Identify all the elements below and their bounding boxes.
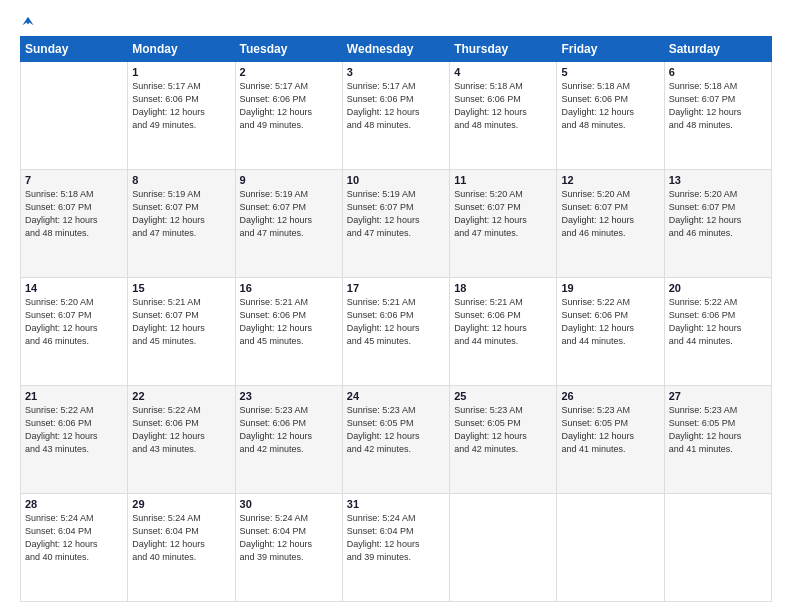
day-info: Sunrise: 5:19 AM Sunset: 6:07 PM Dayligh…: [132, 188, 230, 240]
week-row-5: 28Sunrise: 5:24 AM Sunset: 6:04 PM Dayli…: [21, 494, 772, 602]
day-number: 30: [240, 498, 338, 510]
day-info: Sunrise: 5:24 AM Sunset: 6:04 PM Dayligh…: [240, 512, 338, 564]
logo-bird-icon: [21, 14, 35, 28]
day-cell: 4Sunrise: 5:18 AM Sunset: 6:06 PM Daylig…: [450, 62, 557, 170]
day-number: 26: [561, 390, 659, 402]
day-cell: 19Sunrise: 5:22 AM Sunset: 6:06 PM Dayli…: [557, 278, 664, 386]
day-number: 9: [240, 174, 338, 186]
day-info: Sunrise: 5:18 AM Sunset: 6:07 PM Dayligh…: [25, 188, 123, 240]
day-cell: [21, 62, 128, 170]
day-cell: 29Sunrise: 5:24 AM Sunset: 6:04 PM Dayli…: [128, 494, 235, 602]
day-number: 14: [25, 282, 123, 294]
week-row-2: 7Sunrise: 5:18 AM Sunset: 6:07 PM Daylig…: [21, 170, 772, 278]
day-info: Sunrise: 5:20 AM Sunset: 6:07 PM Dayligh…: [454, 188, 552, 240]
day-number: 28: [25, 498, 123, 510]
day-cell: 9Sunrise: 5:19 AM Sunset: 6:07 PM Daylig…: [235, 170, 342, 278]
day-cell: 28Sunrise: 5:24 AM Sunset: 6:04 PM Dayli…: [21, 494, 128, 602]
logo: [20, 18, 35, 28]
header: [20, 18, 772, 28]
logo-text: [20, 18, 35, 28]
day-cell: 10Sunrise: 5:19 AM Sunset: 6:07 PM Dayli…: [342, 170, 449, 278]
day-cell: 8Sunrise: 5:19 AM Sunset: 6:07 PM Daylig…: [128, 170, 235, 278]
day-cell: 16Sunrise: 5:21 AM Sunset: 6:06 PM Dayli…: [235, 278, 342, 386]
day-info: Sunrise: 5:20 AM Sunset: 6:07 PM Dayligh…: [25, 296, 123, 348]
weekday-header-row: SundayMondayTuesdayWednesdayThursdayFrid…: [21, 37, 772, 62]
day-cell: 25Sunrise: 5:23 AM Sunset: 6:05 PM Dayli…: [450, 386, 557, 494]
day-info: Sunrise: 5:21 AM Sunset: 6:06 PM Dayligh…: [454, 296, 552, 348]
day-info: Sunrise: 5:19 AM Sunset: 6:07 PM Dayligh…: [240, 188, 338, 240]
day-info: Sunrise: 5:20 AM Sunset: 6:07 PM Dayligh…: [669, 188, 767, 240]
day-cell: 12Sunrise: 5:20 AM Sunset: 6:07 PM Dayli…: [557, 170, 664, 278]
day-number: 17: [347, 282, 445, 294]
weekday-tuesday: Tuesday: [235, 37, 342, 62]
day-number: 20: [669, 282, 767, 294]
day-cell: 15Sunrise: 5:21 AM Sunset: 6:07 PM Dayli…: [128, 278, 235, 386]
day-number: 16: [240, 282, 338, 294]
day-cell: 14Sunrise: 5:20 AM Sunset: 6:07 PM Dayli…: [21, 278, 128, 386]
day-info: Sunrise: 5:17 AM Sunset: 6:06 PM Dayligh…: [347, 80, 445, 132]
day-number: 23: [240, 390, 338, 402]
day-info: Sunrise: 5:23 AM Sunset: 6:05 PM Dayligh…: [561, 404, 659, 456]
day-cell: 6Sunrise: 5:18 AM Sunset: 6:07 PM Daylig…: [664, 62, 771, 170]
day-info: Sunrise: 5:23 AM Sunset: 6:05 PM Dayligh…: [669, 404, 767, 456]
day-info: Sunrise: 5:18 AM Sunset: 6:06 PM Dayligh…: [561, 80, 659, 132]
day-number: 15: [132, 282, 230, 294]
day-cell: 26Sunrise: 5:23 AM Sunset: 6:05 PM Dayli…: [557, 386, 664, 494]
day-info: Sunrise: 5:18 AM Sunset: 6:06 PM Dayligh…: [454, 80, 552, 132]
day-number: 1: [132, 66, 230, 78]
day-info: Sunrise: 5:21 AM Sunset: 6:07 PM Dayligh…: [132, 296, 230, 348]
day-info: Sunrise: 5:22 AM Sunset: 6:06 PM Dayligh…: [669, 296, 767, 348]
day-info: Sunrise: 5:23 AM Sunset: 6:06 PM Dayligh…: [240, 404, 338, 456]
day-number: 12: [561, 174, 659, 186]
day-number: 18: [454, 282, 552, 294]
day-info: Sunrise: 5:17 AM Sunset: 6:06 PM Dayligh…: [132, 80, 230, 132]
day-number: 29: [132, 498, 230, 510]
week-row-3: 14Sunrise: 5:20 AM Sunset: 6:07 PM Dayli…: [21, 278, 772, 386]
day-number: 5: [561, 66, 659, 78]
day-cell: 22Sunrise: 5:22 AM Sunset: 6:06 PM Dayli…: [128, 386, 235, 494]
calendar: SundayMondayTuesdayWednesdayThursdayFrid…: [20, 36, 772, 602]
day-number: 27: [669, 390, 767, 402]
day-number: 6: [669, 66, 767, 78]
day-cell: 17Sunrise: 5:21 AM Sunset: 6:06 PM Dayli…: [342, 278, 449, 386]
day-cell: 31Sunrise: 5:24 AM Sunset: 6:04 PM Dayli…: [342, 494, 449, 602]
day-cell: [450, 494, 557, 602]
day-info: Sunrise: 5:24 AM Sunset: 6:04 PM Dayligh…: [132, 512, 230, 564]
weekday-friday: Friday: [557, 37, 664, 62]
day-info: Sunrise: 5:22 AM Sunset: 6:06 PM Dayligh…: [25, 404, 123, 456]
day-cell: 1Sunrise: 5:17 AM Sunset: 6:06 PM Daylig…: [128, 62, 235, 170]
day-info: Sunrise: 5:23 AM Sunset: 6:05 PM Dayligh…: [454, 404, 552, 456]
day-cell: 13Sunrise: 5:20 AM Sunset: 6:07 PM Dayli…: [664, 170, 771, 278]
week-row-1: 1Sunrise: 5:17 AM Sunset: 6:06 PM Daylig…: [21, 62, 772, 170]
weekday-sunday: Sunday: [21, 37, 128, 62]
day-info: Sunrise: 5:21 AM Sunset: 6:06 PM Dayligh…: [347, 296, 445, 348]
day-cell: 11Sunrise: 5:20 AM Sunset: 6:07 PM Dayli…: [450, 170, 557, 278]
day-number: 31: [347, 498, 445, 510]
page: SundayMondayTuesdayWednesdayThursdayFrid…: [0, 0, 792, 612]
day-number: 25: [454, 390, 552, 402]
svg-marker-0: [22, 17, 33, 25]
day-cell: [557, 494, 664, 602]
day-number: 2: [240, 66, 338, 78]
day-cell: 18Sunrise: 5:21 AM Sunset: 6:06 PM Dayli…: [450, 278, 557, 386]
day-cell: 7Sunrise: 5:18 AM Sunset: 6:07 PM Daylig…: [21, 170, 128, 278]
day-info: Sunrise: 5:22 AM Sunset: 6:06 PM Dayligh…: [132, 404, 230, 456]
day-cell: 24Sunrise: 5:23 AM Sunset: 6:05 PM Dayli…: [342, 386, 449, 494]
day-number: 3: [347, 66, 445, 78]
weekday-saturday: Saturday: [664, 37, 771, 62]
day-number: 21: [25, 390, 123, 402]
day-number: 8: [132, 174, 230, 186]
day-info: Sunrise: 5:24 AM Sunset: 6:04 PM Dayligh…: [347, 512, 445, 564]
day-cell: 5Sunrise: 5:18 AM Sunset: 6:06 PM Daylig…: [557, 62, 664, 170]
day-cell: 23Sunrise: 5:23 AM Sunset: 6:06 PM Dayli…: [235, 386, 342, 494]
day-cell: 21Sunrise: 5:22 AM Sunset: 6:06 PM Dayli…: [21, 386, 128, 494]
day-info: Sunrise: 5:18 AM Sunset: 6:07 PM Dayligh…: [669, 80, 767, 132]
day-info: Sunrise: 5:20 AM Sunset: 6:07 PM Dayligh…: [561, 188, 659, 240]
weekday-wednesday: Wednesday: [342, 37, 449, 62]
day-info: Sunrise: 5:17 AM Sunset: 6:06 PM Dayligh…: [240, 80, 338, 132]
day-cell: 27Sunrise: 5:23 AM Sunset: 6:05 PM Dayli…: [664, 386, 771, 494]
day-number: 11: [454, 174, 552, 186]
day-number: 24: [347, 390, 445, 402]
day-number: 22: [132, 390, 230, 402]
day-cell: 3Sunrise: 5:17 AM Sunset: 6:06 PM Daylig…: [342, 62, 449, 170]
